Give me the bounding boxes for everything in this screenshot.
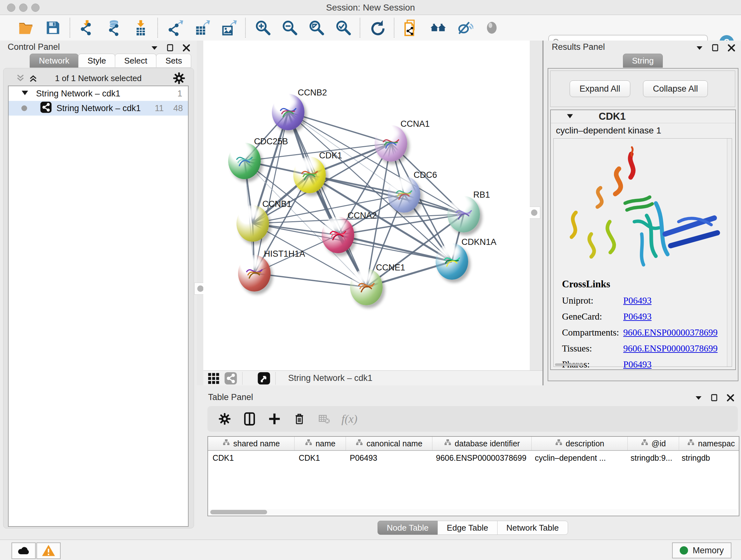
network-node-RB1[interactable] (448, 196, 480, 233)
cloud-button[interactable] (11, 543, 36, 559)
tab-network-table[interactable]: Network Table (497, 521, 568, 535)
tab-node-table[interactable]: Node Table (378, 521, 438, 535)
control-panel-float-icon[interactable] (166, 44, 175, 52)
table-options-gear-icon[interactable] (217, 411, 232, 427)
crosslink-link[interactable]: P06493 (623, 295, 652, 306)
column-type-icon (641, 439, 649, 448)
crosslink-label: Tissues: (562, 343, 623, 354)
expand-all-button[interactable]: Expand All (569, 80, 630, 97)
homes-icon[interactable] (429, 19, 447, 37)
expander-triangle-icon[interactable] (21, 88, 29, 99)
network-node-CDK1[interactable] (293, 157, 326, 193)
column-header-database-identifier[interactable]: database identifier (432, 437, 532, 450)
right-splitter[interactable] (530, 41, 542, 385)
column-header-description[interactable]: description (532, 437, 628, 450)
table-row[interactable]: CDK1CDK1P064939606.ENSP00000378699cyclin… (208, 451, 739, 465)
zoom-in-icon[interactable] (254, 19, 272, 37)
node-structure-thumbnail (381, 133, 401, 153)
zoom-out-icon[interactable] (280, 19, 298, 37)
results-panel-collapse-icon[interactable] (695, 44, 704, 52)
crosslink-link[interactable]: 9606.ENSP00000378699 (623, 343, 718, 354)
column-header-canonical-name[interactable]: canonical name (346, 437, 432, 450)
grid-view-icon[interactable] (206, 371, 221, 386)
network-node-HIST1H1A[interactable] (238, 255, 271, 292)
results-panel-float-icon[interactable] (711, 44, 720, 52)
control-panel-close-icon[interactable] (182, 44, 191, 52)
network-node-CCNA2[interactable] (322, 217, 354, 253)
export-image-icon[interactable] (219, 19, 238, 37)
import-table-icon[interactable] (132, 19, 150, 37)
tab-edge-table[interactable]: Edge Table (437, 521, 497, 535)
node-label-CCNA2: CCNA2 (347, 211, 377, 221)
column-header--id[interactable]: @id (628, 437, 679, 450)
memory-button[interactable]: Memory (672, 543, 731, 558)
control-panel-collapse-icon[interactable] (150, 44, 158, 52)
column-header-namespac[interactable]: namespac (679, 437, 741, 450)
zoom-selected-icon[interactable] (334, 19, 352, 37)
table-cell: stringdb (677, 451, 741, 465)
network-node-CCNE1[interactable] (350, 269, 383, 305)
crosslink-link[interactable]: P06493 (623, 311, 652, 322)
refresh-icon[interactable] (368, 19, 386, 37)
network-row[interactable]: String Network – cdk1 11 48 (9, 101, 188, 116)
hide-eye-icon[interactable] (456, 19, 474, 37)
network-node-CDC6[interactable] (388, 176, 420, 212)
import-database-icon[interactable] (105, 19, 123, 37)
function-builder-icon[interactable]: f(x) (341, 412, 357, 426)
network-canvas[interactable]: CCNB2CCNA1CDC25BCDK1CDC6RB1CCNB1CCNA2CDK… (203, 41, 530, 370)
zoom-fit-icon[interactable] (307, 19, 325, 37)
table-panel-collapse-icon[interactable] (694, 394, 703, 402)
add-column-icon[interactable] (267, 411, 282, 427)
tab-style[interactable]: Style (78, 54, 115, 68)
node-label-CCNB1: CCNB1 (262, 199, 292, 209)
results-vertical-scrollbar[interactable] (727, 138, 732, 367)
right-splitter-handle[interactable] (528, 206, 540, 219)
node-label-HIST1H1A: HIST1H1A (264, 249, 305, 259)
tab-select[interactable]: Select (115, 54, 156, 68)
warnings-button[interactable] (37, 543, 61, 559)
show-columns-icon[interactable] (242, 411, 257, 427)
birds-eye-view-icon[interactable] (256, 371, 272, 386)
table-horizontal-scrollbar[interactable] (209, 509, 737, 515)
delete-table-icon[interactable] (317, 411, 332, 427)
crosslink-link[interactable]: 9606.ENSP00000378699 (623, 327, 718, 338)
network-options-gear-icon[interactable] (173, 72, 185, 86)
main-toolbar: ? (0, 15, 741, 41)
node-structure-thumbnail (442, 252, 461, 271)
network-node-CCNB2[interactable] (272, 94, 305, 130)
save-session-icon[interactable] (44, 19, 62, 37)
table-panel-float-icon[interactable] (711, 394, 719, 402)
column-header-name[interactable]: name (294, 437, 346, 450)
export-network-icon[interactable] (166, 19, 184, 37)
toolbar-separator (394, 18, 395, 38)
results-panel-close-icon[interactable] (727, 44, 736, 52)
delete-column-trash-icon[interactable] (292, 411, 307, 427)
left-splitter[interactable] (197, 41, 203, 385)
column-header-label: namespac (698, 439, 735, 448)
table-panel-close-icon[interactable] (726, 394, 735, 402)
network-node-CCNB1[interactable] (237, 205, 269, 242)
toolbar-separator (157, 18, 158, 38)
column-header-shared-name[interactable]: shared name (208, 437, 294, 450)
network-node-CCNA1[interactable] (375, 125, 407, 162)
tab-network[interactable]: Network (30, 54, 78, 68)
string-view-icon[interactable] (223, 371, 239, 386)
import-network-icon[interactable] (78, 19, 96, 37)
network-node-CDKN1A[interactable] (435, 243, 468, 280)
results-panel: Results Panel String Expand All Collapse… (542, 41, 741, 385)
crosslink-link[interactable]: P06493 (623, 359, 652, 370)
tab-string[interactable]: String (623, 54, 663, 68)
collapse-all-button[interactable]: Collapse All (643, 80, 708, 97)
results-horizontal-scroll-thumb[interactable] (555, 363, 584, 366)
collapse-triangle-icon[interactable] (566, 112, 574, 121)
node-structure-thumbnail (394, 185, 414, 204)
network-node-CDC25B[interactable] (228, 143, 261, 179)
share-document-icon[interactable] (402, 19, 420, 37)
show-eye-icon[interactable] (483, 19, 501, 37)
node-label-CCNB2: CCNB2 (298, 88, 327, 98)
open-session-icon[interactable] (17, 19, 35, 37)
export-table-icon[interactable] (193, 19, 211, 37)
tab-sets[interactable]: Sets (156, 54, 191, 68)
table-horizontal-scroll-thumb[interactable] (210, 510, 267, 514)
network-collection-row[interactable]: String Network – cdk1 1 (9, 86, 188, 101)
